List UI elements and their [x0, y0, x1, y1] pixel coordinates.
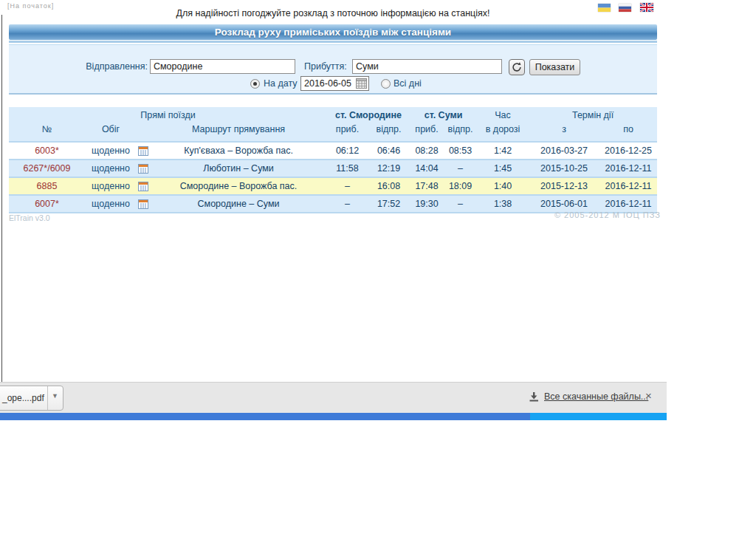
train-dep-to: –	[444, 160, 477, 177]
all-days-radio[interactable]	[381, 79, 391, 89]
header-number: №	[9, 123, 85, 142]
train-number: 6003*	[9, 142, 85, 160]
header-route: Маршрут прямування	[150, 123, 327, 142]
download-bar: _ope....pdf ▼ Все скачанные файлы... ×	[0, 382, 667, 413]
refresh-button[interactable]	[509, 59, 525, 75]
header-valid-to: по	[599, 123, 657, 142]
train-calendar-icon[interactable]	[138, 164, 148, 174]
on-date-radio[interactable]	[250, 79, 260, 89]
train-arr-from: 11:58	[327, 160, 368, 177]
russia-flag-icon[interactable]	[619, 4, 631, 12]
all-downloads-link[interactable]: Все скачанные файлы...	[529, 391, 648, 402]
download-icon	[529, 391, 539, 402]
header-valid-from: з	[529, 123, 599, 142]
train-valid-from: 2015-12-13	[529, 177, 599, 195]
train-table-body: 6003* щоденно Куп'єваха – Ворожба пас. 0…	[9, 142, 657, 213]
file-button-divider	[47, 386, 48, 410]
header-arr1: приб.	[327, 123, 368, 142]
train-valid-to: 2016-12-25	[599, 142, 657, 160]
train-calendar-icon[interactable]	[138, 146, 148, 156]
train-calendar-cell	[137, 160, 150, 177]
train-valid-from: 2016-03-27	[529, 142, 599, 160]
ukraine-flag-icon[interactable]	[598, 4, 611, 12]
on-date-label: На дату	[264, 78, 298, 89]
date-value: 2016-06-05	[304, 78, 351, 89]
page-title: Розклад руху приміських поїздів між стан…	[9, 24, 657, 40]
arrival-label: Прибуття:	[304, 61, 347, 72]
downloaded-file-button[interactable]: _ope....pdf ▼	[0, 386, 63, 411]
schedule-table: Прямі поїзди ст. Смородине ст. Суми Час …	[9, 107, 657, 213]
uk-flag-icon[interactable]	[640, 3, 653, 12]
download-bar-close-icon[interactable]: ×	[645, 389, 652, 402]
header-arr2: приб.	[410, 123, 444, 142]
header-station-from: ст. Смородине	[327, 107, 410, 123]
header-in-transit: в дорозі	[477, 123, 529, 142]
train-valid-to: 2016-12-11	[599, 160, 657, 177]
train-circulation: щоденно	[85, 142, 137, 160]
train-calendar-cell	[137, 142, 150, 160]
header-validity: Термін дії	[529, 107, 657, 123]
bottom-strip-right	[530, 413, 667, 420]
train-arr-from: 06:12	[327, 142, 368, 160]
train-route: Люботин – Суми	[150, 160, 327, 177]
departure-label: Відправлення:	[9, 61, 148, 72]
train-route: Смородине – Ворожба пас.	[150, 177, 327, 195]
train-circulation: щоденно	[85, 177, 137, 195]
reliability-notice: Для надійності погоджуйте розклад з пото…	[9, 8, 657, 18]
train-dep-to: 18:09	[444, 177, 477, 195]
train-duration: 1:40	[477, 177, 529, 195]
train-dep-from: 06:46	[368, 142, 410, 160]
sub-header-row: № Обіг Маршрут прямування приб. відпр. п…	[9, 123, 657, 142]
train-calendar-icon[interactable]	[138, 182, 148, 191]
train-row: 6267*/6009 щоденно Люботин – Суми 11:58 …	[9, 160, 657, 177]
all-downloads-label: Все скачанные файлы...	[544, 391, 648, 402]
header-icon-spacer	[137, 123, 150, 142]
header-direct-trains: Прямі поїзди	[9, 107, 327, 123]
bottom-strip-left	[0, 413, 530, 420]
window-edge-line	[1, 15, 2, 382]
train-arr-from: –	[327, 177, 368, 195]
train-row: 6885 щоденно Смородине – Ворожба пас. – …	[9, 177, 657, 195]
header-dep1: відпр.	[368, 123, 410, 142]
train-arr-to: 17:48	[410, 177, 444, 195]
train-circulation: щоденно	[85, 160, 137, 177]
train-duration: 1:42	[477, 142, 529, 160]
header-circulation: Обіг	[85, 123, 137, 142]
train-calendar-cell	[137, 177, 150, 195]
train-dep-from: 16:08	[368, 177, 410, 195]
date-field[interactable]: 2016-06-05	[300, 76, 369, 91]
downloaded-file-name: _ope....pdf	[2, 393, 44, 403]
all-days-label: Всі дні	[394, 78, 422, 89]
train-arr-to: 08:28	[410, 142, 444, 160]
train-duration: 1:45	[477, 160, 529, 177]
header-dep2: відпр.	[444, 123, 477, 142]
train-valid-from: 2015-10-25	[529, 160, 599, 177]
train-dep-to: 08:53	[444, 142, 477, 160]
departure-input[interactable]	[150, 59, 295, 74]
date-calendar-icon[interactable]	[356, 78, 367, 89]
train-arr-to: 14:04	[410, 160, 444, 177]
train-number: 6885	[9, 177, 85, 195]
header-station-to: ст. Суми	[410, 107, 477, 123]
copyright: © 2005-2012 М ІОЦ ПЗЗ	[9, 210, 661, 219]
train-valid-to: 2016-12-11	[599, 177, 657, 195]
file-dropdown-icon[interactable]: ▼	[52, 392, 58, 400]
header-time: Час	[477, 107, 529, 123]
train-row: 6003* щоденно Куп'єваха – Ворожба пас. 0…	[9, 142, 657, 160]
search-panel: Відправлення: Прибуття: Показати На дату…	[9, 44, 657, 95]
refresh-icon	[512, 62, 522, 72]
group-header-row: Прямі поїзди ст. Смородине ст. Суми Час …	[9, 107, 657, 123]
train-calendar-icon[interactable]	[138, 199, 148, 209]
train-dep-from: 12:19	[368, 160, 410, 177]
train-number: 6267*/6009	[9, 160, 85, 177]
title-underline	[9, 41, 657, 43]
show-button[interactable]: Показати	[529, 59, 580, 75]
arrival-input[interactable]	[352, 59, 502, 74]
train-route: Куп'єваха – Ворожба пас.	[150, 142, 327, 160]
